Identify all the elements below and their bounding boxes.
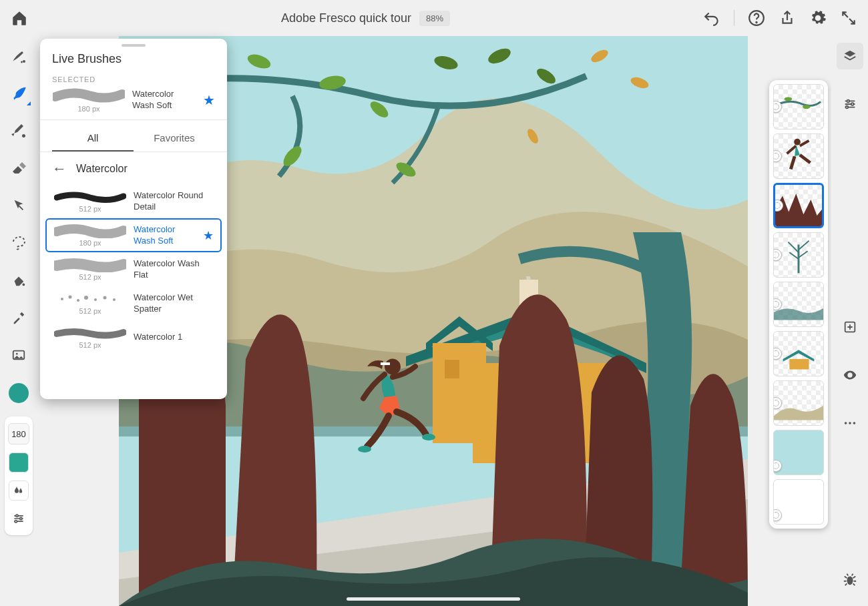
layer-thumbnail[interactable] [773,282,824,327]
svg-point-41 [849,422,851,424]
svg-point-5 [23,284,25,286]
svg-point-38 [845,106,848,109]
move-tool[interactable] [9,196,28,215]
brush-popover: Live Brushes SELECTED 180 px Watercolor … [40,39,227,399]
brush-sliders-button[interactable] [9,509,29,529]
popover-grip[interactable] [122,44,146,47]
tab-all[interactable]: All [52,127,134,152]
layer-thumbnail[interactable] [773,331,824,376]
brush-item[interactable]: 180 px Watercolor Wash Soft ★ [45,218,222,252]
water-flow-button[interactable] [9,481,29,501]
selected-brush-preview [53,87,125,103]
svg-point-43 [847,576,853,585]
svg-point-33 [803,105,811,109]
svg-point-27 [486,45,513,67]
home-icon[interactable] [11,9,28,27]
fill-tool[interactable] [9,271,28,290]
svg-rect-35 [789,359,809,370]
add-layer-icon[interactable] [837,314,863,340]
svg-point-36 [847,100,849,103]
tab-favorites[interactable]: Favorites [134,127,215,152]
star-icon[interactable]: ★ [203,92,215,108]
layers-panel [769,80,828,529]
separator [734,10,734,26]
svg-point-10 [15,521,17,523]
layer-thumbnail[interactable] [773,479,824,525]
eraser-tool[interactable] [9,159,28,178]
gear-icon[interactable] [809,9,827,27]
layer-thumbnail[interactable] [773,380,824,426]
selected-brush-name: Watercolor Wash Soft [132,89,196,111]
more-icon[interactable] [837,410,863,436]
svg-point-7 [16,353,18,355]
undo-icon[interactable] [703,9,720,27]
help-icon[interactable] [748,9,765,27]
brush-item[interactable]: 512 px Watercolor Wet Spatter [45,286,222,320]
eyedropper-tool[interactable] [9,308,28,327]
svg-point-1 [756,22,756,23]
lasso-tool[interactable] [9,234,28,252]
layer-thumbnail[interactable] [773,133,824,179]
svg-point-31 [525,127,540,145]
image-tool[interactable] [9,346,28,364]
home-indicator [347,597,520,601]
svg-point-9 [20,517,22,519]
layer-properties-icon[interactable] [837,91,863,117]
popover-title: Live Brushes [40,51,227,75]
document-title[interactable]: Adobe Fresco quick tour [281,11,411,25]
svg-point-34 [794,139,801,145]
svg-point-4 [22,134,25,137]
bug-icon[interactable] [837,566,863,593]
svg-point-32 [785,97,793,101]
svg-point-47 [84,296,88,300]
svg-point-29 [589,47,610,65]
svg-point-48 [94,298,97,301]
svg-point-21 [246,51,272,71]
layer-thumbnail[interactable] [773,84,824,129]
layers-icon[interactable] [837,43,863,69]
layer-thumbnail[interactable] [773,232,824,278]
svg-point-45 [69,296,72,299]
svg-point-50 [113,298,116,301]
tool-bar: 180 [0,36,37,606]
right-rail [831,36,868,606]
back-icon[interactable]: ← [52,162,67,176]
fullscreen-icon[interactable] [840,9,857,27]
svg-point-3 [21,61,23,63]
top-bar: Adobe Fresco quick tour 88% [0,0,868,36]
live-brush-tool[interactable] [9,84,28,103]
layer-thumbnail[interactable] [773,183,824,228]
svg-point-24 [280,143,305,169]
brush-color-chip[interactable] [9,452,29,473]
svg-point-42 [853,422,855,424]
star-icon[interactable]: ★ [203,228,214,243]
vector-brush-tool[interactable] [9,121,28,140]
svg-point-30 [629,75,650,91]
brush-item[interactable]: 512 px Watercolor Round Detail [45,184,222,218]
brush-item[interactable]: 512 px Watercolor 1 [45,320,222,354]
brush-size-input[interactable]: 180 [8,423,29,444]
layer-thumbnail[interactable] [773,430,824,475]
svg-point-2 [23,60,25,63]
svg-point-8 [16,515,18,517]
svg-point-28 [534,65,558,86]
svg-point-49 [103,296,107,300]
selected-label: SELECTED [52,75,215,83]
pixel-brush-tool[interactable] [9,47,28,65]
brush-item[interactable]: 512 px Watercolor Wash Flat [45,252,222,286]
brush-list: 512 px Watercolor Round Detail 180 px Wa… [40,182,227,399]
svg-point-26 [433,54,459,72]
color-swatch[interactable] [9,383,29,403]
share-icon[interactable] [779,9,796,27]
svg-point-46 [77,299,79,302]
brush-settings-panel: 180 [5,416,33,535]
svg-point-40 [844,422,847,424]
zoom-level[interactable]: 88% [419,11,450,26]
svg-point-44 [61,298,63,300]
selected-brush-size: 180 px [77,105,99,113]
category-name: Watercolor [76,163,128,175]
visibility-icon[interactable] [837,362,863,388]
svg-point-37 [851,103,853,105]
